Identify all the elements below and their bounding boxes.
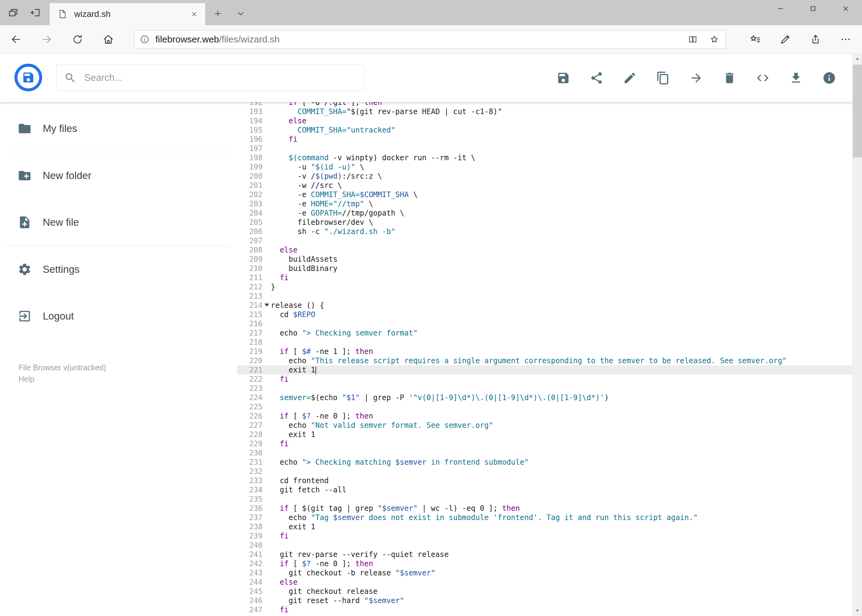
reading-view-button[interactable] [684, 32, 701, 47]
code-text[interactable]: if [ $(git tag | grep "$semver" | wc -l)… [271, 504, 853, 513]
refresh-button[interactable] [68, 30, 87, 49]
code-text[interactable]: } [271, 282, 853, 292]
code-text[interactable]: $(command -v winpty) docker run --rm -it… [271, 153, 853, 162]
code-text[interactable] [271, 402, 853, 412]
share-button[interactable] [586, 68, 607, 88]
code-text[interactable] [271, 467, 853, 476]
code-text[interactable]: -e HOME="//tmp" \ [271, 199, 853, 209]
code-text[interactable]: if [ $# -ne 1 ]; then [271, 347, 853, 356]
code-text[interactable]: fi [271, 531, 853, 541]
code-text[interactable]: release () { [271, 301, 853, 310]
code-text[interactable]: echo "Not valid semver format. See semve… [271, 421, 853, 430]
tab-wizard-sh[interactable]: wizard.sh [49, 3, 206, 25]
forward-button[interactable] [37, 30, 57, 49]
copy-button[interactable] [653, 68, 673, 88]
code-text[interactable]: echo "> Checking semver format" [271, 328, 853, 338]
code-text[interactable] [271, 292, 853, 301]
code-text[interactable]: if [ -d /.git ]; then [271, 102, 853, 107]
code-text[interactable]: exit 1 [271, 365, 853, 375]
code-text[interactable]: exit 1 [271, 522, 853, 531]
sidebar-item-settings[interactable]: Settings [0, 246, 237, 293]
code-text[interactable]: COMMIT_SHA="untracked" [271, 126, 853, 135]
code-text[interactable] [271, 541, 853, 550]
share-page-button[interactable] [806, 30, 826, 49]
code-text[interactable]: else [271, 245, 853, 255]
code-text[interactable]: if [ $? -ne 0 ]; then [271, 412, 853, 421]
back-button[interactable] [6, 30, 26, 49]
code-text[interactable]: exit 1 [271, 430, 853, 439]
address-bar[interactable]: filebrowser.web/files/wizard.sh [134, 30, 726, 49]
code-text[interactable]: -e GOPATH=//tmp/gopath \ [271, 209, 853, 218]
more-button[interactable] [836, 30, 856, 49]
annotate-button[interactable] [775, 30, 795, 49]
code-text[interactable]: fi [271, 605, 853, 614]
code-text[interactable]: git rev-parse --verify --quiet release [271, 550, 853, 559]
new-tab-button[interactable] [209, 4, 227, 23]
code-text[interactable]: -u "$(id -u)" \ [271, 162, 853, 171]
rename-button[interactable] [619, 68, 640, 88]
scroll-up-button[interactable] [853, 53, 862, 64]
page-scrollbar[interactable] [853, 53, 862, 616]
code-text[interactable] [271, 144, 853, 153]
code-text[interactable]: else [271, 116, 853, 126]
code-text[interactable]: filebrowser/dev \ [271, 218, 853, 227]
code-text[interactable]: semver=$(echo "$1" | grep -P '^v(0|[1-9]… [271, 393, 853, 402]
code-text[interactable]: git checkout release [271, 587, 853, 596]
code-text[interactable]: echo "This release script requires a sin… [271, 356, 853, 365]
move-button[interactable] [686, 68, 706, 88]
search-input[interactable] [84, 72, 357, 83]
code-text[interactable]: cd $REPO [271, 310, 853, 319]
fold-icon[interactable] [264, 303, 269, 306]
home-button[interactable] [98, 30, 118, 49]
download-button[interactable] [786, 68, 806, 88]
code-text[interactable]: cd frontend [271, 476, 853, 485]
code-text[interactable]: buildBinary [271, 264, 853, 273]
help-link[interactable]: Help [19, 373, 106, 385]
add-favorite-button[interactable] [706, 32, 723, 47]
code-editor[interactable]: 192 if [ -d /.git ]; then193 COMMIT_SHA=… [237, 102, 853, 616]
tabs-aside-button[interactable] [27, 4, 44, 22]
sidebar-item-new-folder[interactable]: New folder [0, 152, 237, 199]
tab-preview-button[interactable] [4, 4, 22, 22]
scroll-down-button[interactable] [853, 605, 862, 616]
code-text[interactable] [271, 448, 853, 457]
code-text[interactable]: fi [271, 135, 853, 144]
maximize-button[interactable] [797, 0, 829, 17]
code-text[interactable] [271, 384, 853, 393]
code-text[interactable]: echo "> Checking matching $semver in fro… [271, 457, 853, 467]
code-button[interactable] [752, 68, 773, 88]
info-button[interactable] [819, 68, 839, 88]
code-text[interactable]: -e COMMIT_SHA=$COMMIT_SHA \ [271, 190, 853, 199]
close-tab-button[interactable] [186, 6, 202, 22]
code-text[interactable]: echo "Tag $semver does not exist in subm… [271, 513, 853, 522]
code-text[interactable]: buildAssets [271, 255, 853, 264]
sidebar-item-my-files[interactable]: My files [0, 105, 237, 152]
code-text[interactable]: COMMIT_SHA="$(git rev-parse HEAD | cut -… [271, 107, 853, 116]
delete-button[interactable] [719, 68, 739, 88]
code-text[interactable] [271, 338, 853, 347]
code-text[interactable]: -w //src \ [271, 181, 853, 190]
sidebar-item-new-file[interactable]: New file [0, 199, 237, 246]
code-text[interactable]: -v /$(pwd):/src:z \ [271, 171, 853, 181]
code-text[interactable]: else [271, 578, 853, 587]
minimize-button[interactable] [764, 0, 797, 17]
code-text[interactable]: git checkout -b release "$semver" [271, 568, 853, 578]
scrollbar-thumb[interactable] [853, 64, 862, 157]
code-text[interactable] [271, 236, 853, 245]
hub-button[interactable] [745, 30, 765, 49]
code-text[interactable]: fi [271, 439, 853, 448]
code-text[interactable]: if [ $? -ne 0 ]; then [271, 559, 853, 568]
tab-list-button[interactable] [232, 4, 250, 23]
filebrowser-logo[interactable] [14, 63, 43, 92]
code-text[interactable]: git reset --hard "$semver" [271, 596, 853, 605]
close-window-button[interactable] [829, 0, 862, 17]
code-text[interactable] [271, 319, 853, 328]
save-button[interactable] [553, 68, 573, 88]
sidebar-item-logout[interactable]: Logout [0, 293, 237, 339]
code-text[interactable] [271, 495, 853, 504]
code-text[interactable]: fi [271, 273, 853, 282]
code-text[interactable]: sh -c "./wizard.sh -b" [271, 227, 853, 236]
code-text[interactable]: git fetch --all [271, 485, 853, 495]
search-box[interactable] [56, 64, 365, 91]
code-text[interactable]: fi [271, 375, 853, 384]
